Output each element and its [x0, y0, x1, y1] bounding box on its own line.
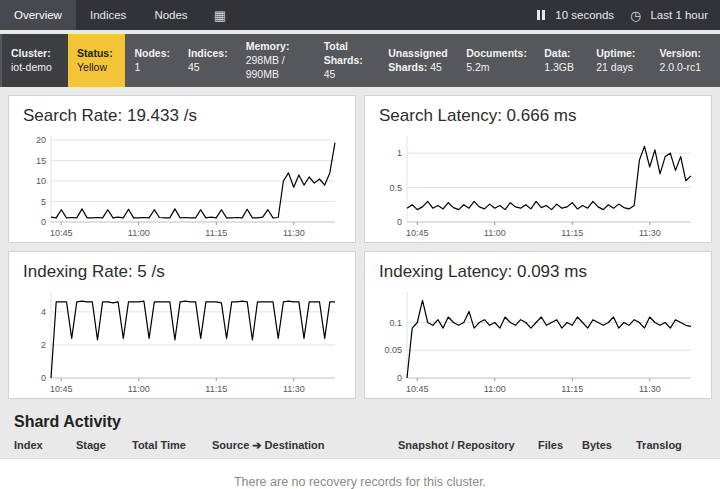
stat-data-value: 1.3GB — [544, 61, 574, 73]
svg-text:1: 1 — [397, 148, 402, 158]
col-source-destination: Source ➔ Destination — [212, 439, 398, 452]
svg-text:15: 15 — [36, 155, 46, 165]
svg-text:0.5: 0.5 — [389, 182, 402, 192]
svg-text:20: 20 — [36, 135, 46, 145]
svg-text:10:45: 10:45 — [50, 228, 73, 238]
stat-cluster: Cluster: iot-demo — [2, 34, 68, 87]
svg-text:2: 2 — [41, 339, 46, 349]
tab-nodes-label: Nodes — [154, 9, 187, 21]
svg-text:11:30: 11:30 — [639, 228, 661, 238]
stat-nodes: Nodes: 1 — [125, 34, 179, 87]
svg-text:11:15: 11:15 — [205, 228, 227, 238]
stat-total-shards-value: 45 — [324, 68, 336, 80]
stat-version: Version: 2.0.0-rc1 — [651, 34, 718, 87]
col-snapshot-repository: Snapshot / Repository — [398, 439, 538, 452]
col-files: Files — [538, 439, 582, 452]
stat-nodes-value: 1 — [134, 61, 140, 73]
pause-icon[interactable] — [537, 10, 545, 20]
top-navbar: Overview Indices Nodes ▦ 10 seconds ◷ La… — [0, 0, 720, 30]
svg-text:10:45: 10:45 — [50, 384, 73, 394]
stat-status: Status: Yellow — [68, 34, 125, 87]
svg-text:0.1: 0.1 — [389, 317, 402, 327]
refresh-interval-button[interactable]: 10 seconds — [555, 9, 614, 21]
stat-total-shards-label: Total Shards: — [324, 40, 363, 66]
stat-unassigned-shards: Unassigned Shards: 45 — [379, 34, 457, 87]
search-latency-title: Search Latency: 0.666 ms — [379, 106, 699, 126]
panel-indexing-latency: Indexing Latency: 0.093 ms 00.050.110:45… — [364, 251, 712, 399]
stat-memory-value: 298MB / 990MB — [246, 54, 285, 80]
nav-spacer — [238, 0, 525, 30]
cluster-stats-bar: Cluster: iot-demo Status: Yellow Nodes: … — [0, 34, 720, 87]
status-badge: Yellow — [77, 61, 107, 73]
col-translog: Translog — [636, 439, 706, 452]
svg-text:11:00: 11:00 — [128, 228, 150, 238]
clock-icon[interactable]: ◷ — [630, 8, 641, 23]
stat-cluster-label: Cluster: — [11, 47, 51, 59]
time-range-button[interactable]: Last 1 hour — [650, 9, 708, 21]
tab-indices-label: Indices — [90, 9, 126, 21]
stat-data-label: Data: — [544, 47, 570, 59]
indexing-latency-title: Indexing Latency: 0.093 ms — [379, 262, 699, 282]
stat-documents-label: Documents: — [466, 47, 527, 59]
stat-nodes-label: Nodes: — [134, 47, 170, 59]
panel-search-rate: Search Rate: 19.433 /s 0510152010:4511:0… — [8, 95, 356, 243]
shard-activity-title: Shard Activity — [14, 413, 706, 431]
stat-version-label: Version: — [660, 47, 701, 59]
svg-text:11:30: 11:30 — [639, 384, 661, 394]
svg-text:11:00: 11:00 — [484, 384, 506, 394]
shard-activity-section: Shard Activity Index Stage Total Time So… — [0, 407, 720, 489]
svg-text:4: 4 — [41, 306, 46, 316]
stat-total-shards: Total Shards: 45 — [315, 34, 380, 87]
svg-text:0: 0 — [397, 217, 402, 227]
svg-text:10:45: 10:45 — [406, 228, 429, 238]
stat-documents-value: 5.2m — [466, 61, 489, 73]
stat-data: Data: 1.3GB — [535, 34, 587, 87]
apps-grid-glyph: ▦ — [214, 8, 226, 23]
indexing-latency-chart: 00.050.110:4511:0011:1511:30 — [377, 286, 699, 394]
tab-indices[interactable]: Indices — [76, 0, 140, 30]
svg-text:11:15: 11:15 — [561, 228, 583, 238]
stat-uptime-value: 21 days — [596, 61, 633, 73]
stat-uptime-label: Uptime: — [596, 47, 635, 59]
apps-grid-icon[interactable]: ▦ — [202, 0, 238, 30]
svg-text:5: 5 — [41, 196, 46, 206]
metrics-grid: Search Rate: 19.433 /s 0510152010:4511:0… — [0, 87, 720, 407]
tab-overview[interactable]: Overview — [0, 0, 76, 30]
col-index: Index — [14, 439, 76, 452]
stat-documents: Documents: 5.2m — [457, 34, 535, 87]
svg-text:10: 10 — [36, 176, 46, 186]
svg-text:0: 0 — [41, 373, 46, 383]
search-rate-title: Search Rate: 19.433 /s — [23, 106, 343, 126]
nav-right-controls: 10 seconds ◷ Last 1 hour — [525, 0, 720, 30]
stat-status-label: Status: — [77, 47, 113, 59]
panel-search-latency: Search Latency: 0.666 ms 00.5110:4511:00… — [364, 95, 712, 243]
stat-memory-label: Memory: — [246, 40, 290, 52]
svg-text:0: 0 — [397, 373, 402, 383]
indexing-rate-title: Indexing Rate: 5 /s — [23, 262, 343, 282]
shard-activity-empty-message: There are no recovery records for this c… — [0, 458, 720, 489]
svg-text:11:00: 11:00 — [128, 384, 150, 394]
panel-indexing-rate: Indexing Rate: 5 /s 02410:4511:0011:1511… — [8, 251, 356, 399]
svg-text:11:15: 11:15 — [561, 384, 583, 394]
tab-nodes[interactable]: Nodes — [140, 0, 201, 30]
svg-text:10:45: 10:45 — [406, 384, 429, 394]
svg-text:11:30: 11:30 — [283, 384, 305, 394]
search-rate-chart: 0510152010:4511:0011:1511:30 — [21, 130, 343, 238]
stat-version-value: 2.0.0-rc1 — [660, 61, 701, 73]
stat-indices-label: Indices: — [188, 47, 228, 59]
stat-memory: Memory: 298MB / 990MB — [237, 34, 315, 87]
svg-text:11:30: 11:30 — [283, 228, 305, 238]
col-stage: Stage — [76, 439, 132, 452]
search-latency-chart: 00.5110:4511:0011:1511:30 — [377, 130, 699, 238]
svg-text:0: 0 — [41, 217, 46, 227]
stat-uptime: Uptime: 21 days — [587, 34, 650, 87]
col-bytes: Bytes — [582, 439, 636, 452]
svg-text:0.05: 0.05 — [384, 345, 402, 355]
svg-text:11:00: 11:00 — [484, 228, 506, 238]
shard-activity-header: Index Stage Total Time Source ➔ Destinat… — [14, 439, 706, 458]
stat-cluster-value: iot-demo — [11, 61, 52, 73]
stat-indices-value: 45 — [188, 61, 200, 73]
indexing-rate-chart: 02410:4511:0011:1511:30 — [21, 286, 343, 394]
stat-indices: Indices: 45 — [179, 34, 237, 87]
stat-unassigned-shards-value: 45 — [430, 61, 442, 73]
